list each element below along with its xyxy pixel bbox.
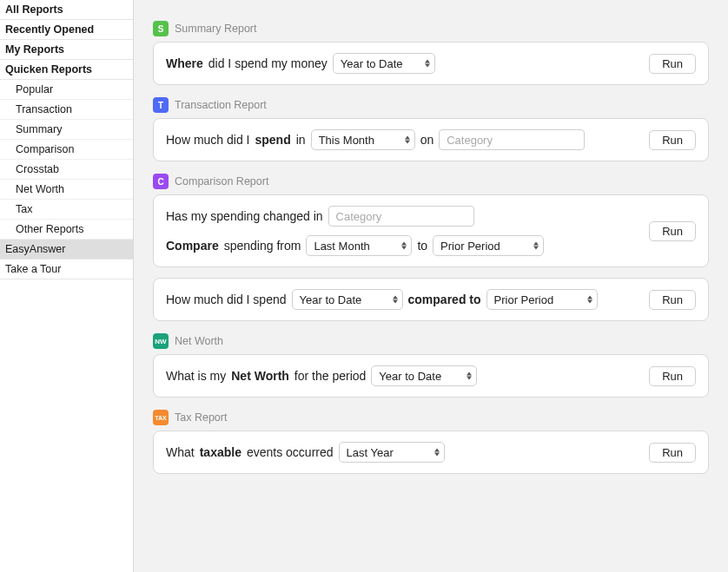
- sidebar-sub-summary[interactable]: Summary: [0, 120, 133, 140]
- prompt-text: Net Worth: [231, 369, 289, 383]
- prompt-text: for the period: [295, 369, 367, 383]
- section-header-summary: S Summary Report: [153, 21, 709, 36]
- transaction-badge-icon: T: [153, 97, 169, 113]
- prompt-text: What is my: [166, 369, 226, 383]
- updown-icon: [587, 296, 592, 304]
- updown-icon: [401, 242, 407, 250]
- section-title: Comparison Report: [175, 175, 268, 187]
- section-header-networth: NW Net Worth: [153, 333, 709, 349]
- period-select[interactable]: Last Year: [339, 442, 445, 463]
- period-select[interactable]: Year to Date: [371, 365, 477, 386]
- prompt-text: Has my spending changed in: [166, 209, 323, 223]
- card-transaction: How much did I spend in This Month on Ru…: [153, 118, 709, 161]
- networth-badge-icon: NW: [153, 333, 169, 349]
- prompt-text: What: [166, 445, 195, 459]
- run-button[interactable]: Run: [649, 443, 696, 463]
- updown-icon: [533, 242, 539, 250]
- period-select[interactable]: Year to Date: [333, 53, 435, 74]
- sidebar-item-quicken-reports[interactable]: Quicken Reports: [0, 60, 133, 80]
- prompt-text: How much did I spend: [166, 293, 287, 306]
- sidebar-item-take-tour[interactable]: Take a Tour: [0, 260, 133, 279]
- run-button[interactable]: Run: [649, 54, 696, 74]
- select-value: Year to Date: [379, 370, 441, 383]
- section-title: Transaction Report: [175, 99, 267, 111]
- sidebar-sub-comparison[interactable]: Comparison: [0, 140, 133, 160]
- prompt-text: taxable: [200, 445, 242, 459]
- section-header-transaction: T Transaction Report: [153, 97, 709, 113]
- run-button[interactable]: Run: [649, 290, 696, 310]
- comparison-badge-icon: C: [153, 174, 169, 189]
- select-value: Prior Period: [440, 240, 500, 253]
- prompt-text: Compare: [166, 239, 219, 253]
- select-value: This Month: [319, 134, 374, 147]
- select-value: Year to Date: [341, 57, 403, 70]
- section-header-tax: TAX Tax Report: [153, 410, 709, 425]
- to-period-select[interactable]: Prior Period: [486, 289, 598, 310]
- select-value: Last Year: [347, 446, 394, 459]
- sidebar-sub-popular[interactable]: Popular: [0, 80, 133, 100]
- summary-badge-icon: S: [153, 21, 169, 36]
- prompt-text: to: [417, 239, 427, 253]
- sidebar-item-easyanswer[interactable]: EasyAnswer: [0, 240, 133, 260]
- updown-icon: [467, 372, 472, 380]
- prompt-text: on: [420, 133, 434, 147]
- prompt-text: in: [296, 133, 306, 147]
- section-title: Tax Report: [175, 411, 227, 424]
- run-button[interactable]: Run: [649, 221, 696, 241]
- sidebar-sub-transaction[interactable]: Transaction: [0, 100, 133, 120]
- card-comparison-2: How much did I spend Year to Date compar…: [153, 278, 709, 321]
- sidebar-sub-other-reports[interactable]: Other Reports: [0, 220, 133, 240]
- updown-icon: [434, 449, 440, 457]
- from-period-select[interactable]: Last Month: [306, 235, 412, 256]
- card-summary: Where did I spend my money Year to Date …: [153, 42, 709, 85]
- sidebar-sub-crosstab[interactable]: Crosstab: [0, 160, 133, 180]
- period-select[interactable]: Year to Date: [292, 289, 403, 310]
- section-title: Summary Report: [175, 23, 256, 35]
- prompt-text: events occurred: [247, 445, 334, 459]
- category-input[interactable]: [439, 129, 585, 150]
- period-select[interactable]: This Month: [311, 129, 415, 150]
- sidebar: All Reports Recently Opened My Reports Q…: [0, 0, 134, 572]
- updown-icon: [393, 296, 398, 304]
- section-header-comparison: C Comparison Report: [153, 174, 709, 189]
- prompt-text: spending from: [224, 239, 301, 253]
- card-tax: What taxable events occurred Last Year R…: [153, 431, 709, 474]
- prompt-text: spend: [255, 133, 290, 147]
- updown-icon: [405, 136, 410, 144]
- card-networth: What is my Net Worth for the period Year…: [153, 354, 709, 398]
- card-comparison-1: Has my spending changed in Compare spend…: [153, 194, 709, 267]
- main-content: S Summary Report Where did I spend my mo…: [134, 0, 728, 572]
- sidebar-item-recently-opened[interactable]: Recently Opened: [0, 20, 133, 40]
- sidebar-item-all-reports[interactable]: All Reports: [0, 0, 133, 20]
- run-button[interactable]: Run: [649, 130, 696, 150]
- prompt-text: did I spend my money: [208, 56, 328, 70]
- to-period-select[interactable]: Prior Period: [433, 235, 544, 256]
- updown-icon: [425, 60, 430, 68]
- run-button[interactable]: Run: [649, 366, 696, 386]
- prompt-text: Where: [166, 56, 203, 70]
- sidebar-sub-tax[interactable]: Tax: [0, 200, 133, 220]
- tax-badge-icon: TAX: [153, 410, 169, 425]
- prompt-text: compared to: [408, 293, 481, 306]
- select-value: Last Month: [314, 240, 369, 253]
- section-title: Net Worth: [175, 335, 223, 347]
- prompt-text: How much did I: [166, 133, 249, 147]
- sidebar-sub-net-worth[interactable]: Net Worth: [0, 180, 133, 200]
- sidebar-item-my-reports[interactable]: My Reports: [0, 40, 133, 60]
- select-value: Year to Date: [300, 293, 362, 306]
- select-value: Prior Period: [494, 293, 554, 306]
- category-input[interactable]: [328, 206, 474, 227]
